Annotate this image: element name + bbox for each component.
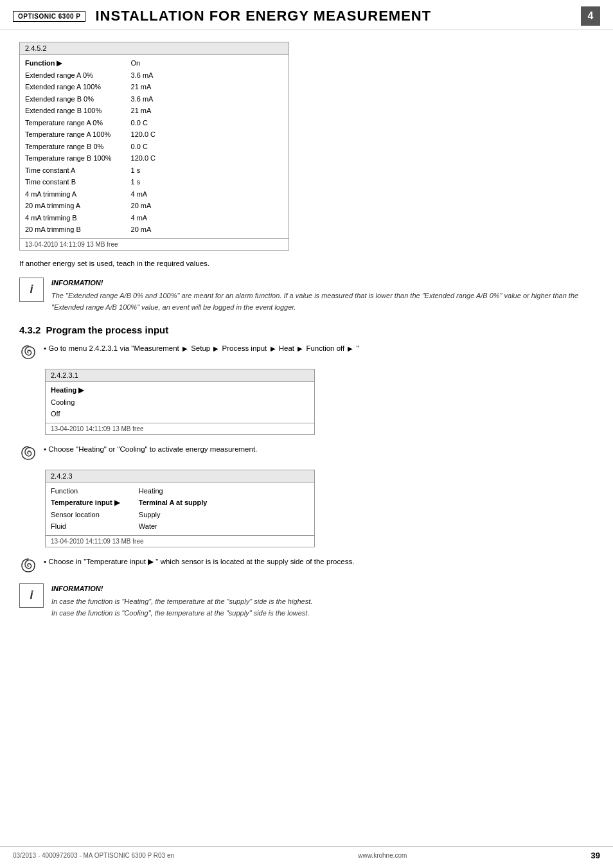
temp-input-label: Temperature input ▶ — [51, 497, 120, 508]
path-arrow: ▶ — [182, 345, 188, 352]
info-body-1: The "Extended range A/B 0% and 100%" are… — [51, 290, 594, 313]
ext-range-b0: Extended range B 0% — [25, 94, 112, 105]
bullet-item-3: • Choose in "Temperature input ▶ " which… — [19, 556, 594, 574]
path-process-input: Process input — [222, 344, 267, 352]
settings-box-2452: 2.4.5.2 Function ▶ Extended range A 0% E… — [19, 42, 289, 251]
bullet-item-1: • Go to menu 2.4.2.3.1 via "Measurement … — [19, 343, 594, 361]
section-432-heading: 4.3.2 Program the process input — [19, 324, 594, 335]
info-icon-2: i — [30, 589, 33, 602]
box-body-2452: Function ▶ Extended range A 0% Extended … — [20, 55, 289, 238]
fluid-label: Fluid — [51, 521, 120, 532]
box-col2-2452: On 3.6 mA 21 mA 3.6 mA 21 mA 0.0 C 120.0… — [131, 58, 156, 235]
box-body-24231: Heating ▶ Cooling Off — [46, 382, 314, 423]
val-on: On — [131, 58, 156, 69]
val-120c-a: 120.0 C — [131, 129, 156, 140]
sensor-loc-label: Sensor location — [51, 509, 120, 520]
info-body-2a: In case the function is "Heating", the t… — [51, 596, 312, 608]
info-text-1: INFORMATION! The "Extended range A/B 0% … — [51, 278, 594, 314]
path-heat: Heat — [279, 344, 294, 352]
val-36ma-b: 3.6 mA — [131, 94, 156, 105]
val-0c-b: 0.0 C — [131, 141, 156, 152]
ext-range-a0: Extended range A 0% — [25, 70, 112, 81]
temp-range-b0: Temperature range B 0% — [25, 141, 112, 152]
info-body-2b: In case the function is "Cooling", the t… — [51, 608, 312, 619]
path-arrow-3: ▶ — [271, 345, 276, 352]
20ma-trim-a: 20 mA trimming A — [25, 200, 112, 211]
val-36ma-a: 3.6 mA — [131, 70, 156, 81]
supply-val: Supply — [139, 509, 208, 520]
time-const-a: Time constant A — [25, 165, 112, 176]
box-footer-2452: 13-04-2010 14:11:09 13 MB free — [20, 238, 289, 250]
terminal-a-val: Terminal A at supply — [139, 497, 208, 508]
path-arrow-2: ▶ — [213, 345, 218, 352]
chapter-number: 4 — [581, 6, 600, 26]
path-arrow-5: ▶ — [348, 345, 353, 352]
4ma-trim-b: 4 mA trimming B — [25, 213, 112, 224]
heating-val: Heating — [139, 486, 208, 497]
val-21ma-b: 21 mA — [131, 105, 156, 116]
box-id-24231: 2.4.2.3.1 — [46, 369, 314, 382]
temp-range-b100: Temperature range B 100% — [25, 153, 112, 164]
box-col1-24231: Heating ▶ Cooling Off — [51, 385, 84, 420]
page-footer: 03/2013 - 4000972603 - MA OPTISONIC 6300… — [0, 846, 613, 860]
val-4ma-b: 4 mA — [131, 213, 156, 224]
box-body-2423: Function Temperature input ▶ Sensor loca… — [46, 483, 314, 535]
spiral-icon-3 — [19, 556, 37, 574]
settings-box-24231: 2.4.2.3.1 Heating ▶ Cooling Off 13-04-20… — [45, 369, 315, 435]
info-title-2: INFORMATION! — [51, 583, 312, 595]
page-number: 39 — [591, 851, 600, 860]
bullet-text-3: • Choose in "Temperature input ▶ " which… — [44, 556, 354, 567]
val-20ma-a: 20 mA — [131, 200, 156, 211]
footer-center: www.krohne.com — [358, 852, 407, 859]
box-col1-2452: Function ▶ Extended range A 0% Extended … — [25, 58, 112, 235]
header: OPTISONIC 6300 P INSTALLATION FOR ENERGY… — [0, 0, 613, 30]
ext-range-a100: Extended range A 100% — [25, 82, 112, 93]
section-432-num: 4.3.2 — [19, 324, 40, 335]
info-title-1: INFORMATION! — [51, 278, 594, 289]
nav-path-1: • Go to menu 2.4.2.3.1 via "Measurement … — [44, 343, 359, 354]
temp-range-a0: Temperature range A 0% — [25, 118, 112, 128]
function-label: Function ▶ — [25, 58, 112, 69]
bullet-text-2: • Choose "Heating" or "Cooling" to activ… — [44, 444, 257, 455]
info-note-1: i INFORMATION! The "Extended range A/B 0… — [19, 278, 594, 314]
off-label: Off — [51, 409, 84, 420]
product-badge: OPTISONIC 6300 P — [13, 11, 85, 22]
info-note-2: i INFORMATION! In case the function is "… — [19, 583, 594, 619]
val-4ma-a: 4 mA — [131, 189, 156, 200]
box-col1-2423: Function Temperature input ▶ Sensor loca… — [51, 486, 120, 532]
info-icon-box-2: i — [19, 583, 44, 608]
val-20ma-b: 20 mA — [131, 224, 156, 235]
spiral-icon-1 — [19, 343, 37, 361]
info-text-2: INFORMATION! In case the function is "He… — [51, 583, 312, 619]
water-val: Water — [139, 521, 208, 532]
info-icon-box-1: i — [19, 278, 44, 302]
teach-note: If another energy set is used, teach in … — [19, 260, 594, 267]
path-arrow-4: ▶ — [298, 345, 303, 352]
val-0c-a: 0.0 C — [131, 118, 156, 128]
cooling-label: Cooling — [51, 397, 84, 408]
time-const-b: Time constant B — [25, 177, 112, 188]
ext-range-b100: Extended range B 100% — [25, 105, 112, 116]
page-title: INSTALLATION FOR ENERGY MEASUREMENT — [95, 8, 581, 24]
20ma-trim-b: 20 mA trimming B — [25, 224, 112, 235]
settings-box-2423: 2.4.2.3 Function Temperature input ▶ Sen… — [45, 470, 315, 547]
val-1s-a: 1 s — [131, 165, 156, 176]
val-120c-b: 120.0 C — [131, 153, 156, 164]
box-footer-24231: 13-04-2010 14:11:09 13 MB free — [46, 423, 314, 434]
spiral-icon-2 — [19, 444, 37, 462]
main-content: 2.4.5.2 Function ▶ Extended range A 0% E… — [0, 30, 613, 650]
function-label-2423: Function — [51, 486, 120, 497]
section-432-title: Program the process input — [46, 324, 168, 335]
temp-range-a100: Temperature range A 100% — [25, 129, 112, 140]
bullet-item-2: • Choose "Heating" or "Cooling" to activ… — [19, 444, 594, 462]
val-21ma-a: 21 mA — [131, 82, 156, 93]
footer-left: 03/2013 - 4000972603 - MA OPTISONIC 6300… — [13, 852, 174, 859]
box-col2-2423: Heating Terminal A at supply Supply Wate… — [139, 486, 208, 532]
val-1s-b: 1 s — [131, 177, 156, 188]
box-id-2452: 2.4.5.2 — [20, 42, 289, 55]
info-icon-1: i — [30, 283, 33, 296]
4ma-trim-a: 4 mA trimming A — [25, 189, 112, 200]
box-id-2423: 2.4.2.3 — [46, 470, 314, 483]
box-footer-2423: 13-04-2010 14:11:09 13 MB free — [46, 535, 314, 547]
heating-label: Heating ▶ — [51, 385, 84, 396]
